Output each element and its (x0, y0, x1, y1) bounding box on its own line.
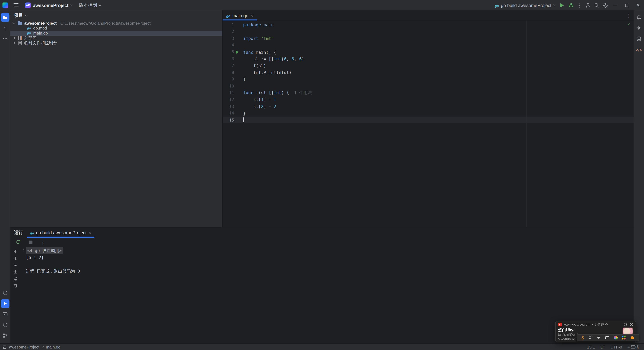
code-line-6[interactable]: 6 sl := []int{6, 6, 6} (222, 55, 634, 62)
editor-tab-main-go[interactable]: main.go (222, 10, 257, 20)
run-main-gutter-icon[interactable] (236, 50, 238, 54)
notifications-button[interactable] (634, 13, 643, 21)
line-ending[interactable]: LF (600, 345, 605, 349)
code-line-8[interactable]: 8 fmt.Println(sl) (222, 69, 634, 76)
tab-close-icon[interactable] (250, 13, 253, 18)
notification-title: 悠白Ubye (558, 328, 620, 333)
code-line-14[interactable]: 14} (222, 110, 634, 117)
tree-collapsed-chevron-icon[interactable] (12, 41, 15, 44)
search-everywhere-button[interactable] (592, 1, 601, 9)
microphone-icon[interactable] (596, 336, 601, 340)
sogou-logo-icon[interactable]: S (581, 335, 584, 340)
ai-assistant-button[interactable] (634, 24, 643, 32)
fold-expand-icon[interactable] (22, 249, 25, 251)
tree-collapsed-chevron-icon[interactable] (12, 36, 15, 39)
stop-button[interactable] (26, 238, 35, 246)
print-icon[interactable] (13, 276, 18, 281)
down-stack-icon[interactable] (13, 256, 18, 261)
breadcrumb-file[interactable]: main.go (46, 345, 60, 349)
code-line-15[interactable]: 15 (222, 116, 634, 123)
input-language-indicator[interactable]: 英 (588, 335, 592, 340)
main-menu-button[interactable] (12, 1, 20, 9)
chevron-down-icon[interactable] (25, 14, 28, 16)
toolbox-icon[interactable] (630, 336, 634, 340)
code-line-12[interactable]: 12 sl[1] = 1 (222, 96, 634, 103)
services-tool-button[interactable] (1, 288, 10, 297)
project-widget[interactable]: AP awesomeProject (23, 1, 75, 9)
code-line-5[interactable]: 5func main() { (222, 49, 634, 55)
code-line-13[interactable]: 13 sl[2] = 2 (222, 103, 634, 110)
problems-tool-button[interactable] (1, 320, 10, 329)
tab-options-icon[interactable] (626, 12, 631, 19)
project-tool-button[interactable] (1, 13, 10, 21)
app-grid-icon[interactable] (622, 336, 626, 340)
code-line-1[interactable]: 1package main (222, 21, 634, 28)
soft-wrap-icon[interactable] (13, 263, 18, 268)
code-line-3[interactable]: 3import "fmt" (222, 35, 634, 42)
input-method-toolbar: S 英 (576, 334, 639, 341)
tree-item-label: main.go (33, 31, 48, 35)
caret-position[interactable]: 15:1 (587, 345, 595, 349)
run-tab[interactable]: go build awesomeProject (27, 228, 94, 238)
commit-tool-button[interactable] (1, 24, 10, 32)
run-toolbar (10, 238, 634, 246)
line-number: 4 (222, 43, 234, 47)
code-line-11[interactable]: 11func f(sl []int) { 1 个用法 (222, 89, 634, 96)
tree-expanded-chevron-icon[interactable] (12, 21, 15, 24)
indent-style[interactable]: 4 空格 (628, 344, 639, 350)
breadcrumb-project[interactable]: awesomeProject (9, 345, 40, 349)
code-line-9[interactable]: 9} (222, 76, 634, 83)
code-line-4[interactable]: 4 (222, 42, 634, 49)
run-button[interactable] (558, 1, 566, 9)
code-line-7[interactable]: 7 f(sl) (222, 62, 634, 69)
minimize-button[interactable] (610, 0, 621, 10)
search-icon (594, 2, 600, 8)
inspection-status-icon[interactable]: ✓ (628, 22, 630, 27)
file-encoding[interactable]: UTF-8 (610, 345, 622, 349)
up-stack-icon[interactable] (13, 249, 18, 254)
tool-window-layout-icon[interactable] (2, 345, 6, 349)
notification-settings-icon[interactable] (624, 323, 627, 326)
database-icon (636, 36, 642, 41)
tree-item-临时文件和控制台[interactable]: 临时文件和控制台 (10, 41, 222, 46)
chevron-up-icon[interactable] (605, 324, 608, 326)
run-icon (2, 301, 8, 306)
run-config-widget[interactable]: go build awesomeProject (492, 1, 558, 9)
folded-region[interactable]: <4 go 设置调用> (26, 247, 63, 254)
code-with-me-button[interactable] (584, 1, 592, 9)
kebab-icon (40, 238, 45, 246)
play-icon (560, 3, 564, 7)
skin-palette-icon[interactable] (614, 336, 618, 340)
debug-button[interactable] (566, 1, 575, 9)
line-number: 1 (222, 22, 234, 27)
code-editor[interactable]: ✓ 1package main23import "fmt"45func main… (222, 20, 634, 227)
git-tool-button[interactable] (1, 331, 10, 340)
vcs-widget[interactable]: 版本控制 (76, 1, 103, 9)
more-tools-button[interactable] (1, 34, 10, 43)
database-tool-button[interactable] (634, 34, 643, 43)
notification-close-icon[interactable] (630, 323, 633, 326)
code-line-2[interactable]: 2 (222, 28, 634, 35)
folder-icon (2, 14, 8, 20)
settings-button[interactable] (601, 1, 610, 9)
tree-item-main.go[interactable]: main.go (10, 31, 222, 36)
keyboard-icon[interactable] (605, 336, 610, 340)
run-tab-close-icon[interactable] (88, 230, 92, 235)
run-config-name: go build awesomeProject (501, 3, 552, 7)
console-more-button[interactable] (38, 238, 47, 246)
rerun-button[interactable] (14, 238, 22, 246)
maximize-button[interactable] (621, 0, 632, 10)
run-tool-button[interactable] (1, 299, 10, 308)
code-tool-button[interactable] (634, 45, 643, 53)
scroll-to-end-icon[interactable] (13, 270, 18, 274)
terminal-tool-button[interactable] (1, 310, 10, 318)
tree-item-go.mod[interactable]: go.mod (10, 26, 222, 31)
clear-console-icon[interactable] (13, 283, 18, 288)
console-output[interactable]: <4 go 设置调用>[6 1 2] 进程 已完成，退出代码为 0 (20, 246, 634, 343)
go-icon (26, 31, 32, 35)
tree-item-awesomeProject[interactable]: awesomeProjectC:\Users\meowr\GolandProje… (10, 20, 222, 25)
close-button[interactable] (632, 0, 644, 10)
tree-item-外部库[interactable]: 外部库 (10, 36, 222, 41)
more-actions-button[interactable] (575, 1, 584, 9)
code-line-10[interactable]: 10 (222, 82, 634, 89)
